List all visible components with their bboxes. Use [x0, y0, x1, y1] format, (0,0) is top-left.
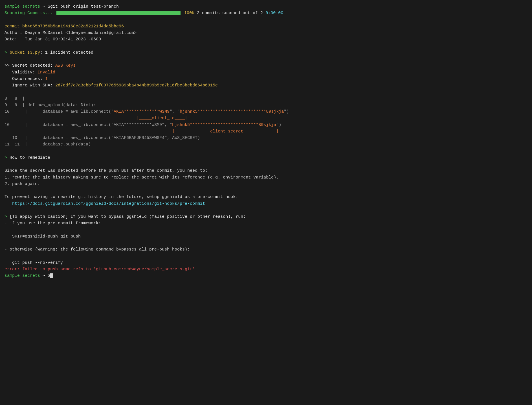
bypass-arrow: > [5, 214, 10, 219]
ignore-sha: 2d7cdf7e7a3cbbfc1f0977655989bba4b44b899b… [55, 83, 218, 88]
occurrences-value: 1 [45, 77, 48, 81]
commit-label: commit [5, 24, 22, 29]
occurrences-line: Occurrences: 1 [5, 76, 527, 82]
progress-bar-container [56, 11, 181, 15]
terminal: sample_secrets ~ $git push origin test-b… [5, 3, 527, 279]
remediate-p1: Since the secret was detected before the… [5, 167, 527, 174]
bypass-cmd1: SKIP=ggshield-push git push [5, 233, 527, 240]
code-num-10c: 10 | database = aws_lib.connect("AKIAF6B… [5, 136, 200, 140]
remediate-arrow: > [5, 155, 10, 160]
bypass-cmd2: git push --no-verify [5, 260, 527, 266]
client-id-annotation-line: |_____client_id____| [5, 115, 527, 121]
progress-bar-fill [56, 11, 181, 15]
ignore-line: Ignore with SHA: 2d7cdf7e7a3cbbfc1f09776… [5, 82, 527, 89]
client-secret-annotation-line: |______________client_secret____________… [5, 128, 527, 135]
code-key-1: AKIA**************WSM9 [114, 109, 170, 114]
bypass-label: [To apply with caution] If you want to b… [10, 214, 246, 219]
secret-arrow: >> [5, 63, 12, 68]
remediate-p2: To prevent having to rewrite git history… [5, 194, 527, 200]
code-sep-1: ", " [170, 109, 180, 114]
progress-spacer [182, 10, 184, 16]
file-incident-line: > bucket_s3.py: 1 incident detected [5, 49, 527, 56]
occurrences-label: Occurrences: [5, 77, 45, 81]
error-label: error: [5, 267, 22, 272]
code-line-10c: 10 | database = aws_lib.connect("AKIAF6B… [5, 135, 527, 141]
date-line: Date: Tue Jan 31 09:02:41 2023 -0600 [5, 36, 527, 43]
remediate-label: How to remediate [10, 155, 50, 160]
code-end-2: ") [276, 123, 281, 127]
code-line-11: 11 11 | database.push(data) [5, 141, 527, 148]
code-num-10a: 10 | database = aws_lib.connect(" [5, 109, 114, 114]
code-num-8a: 8 8 | [5, 96, 25, 101]
bypass-option2: - otherwise (warning: the following comm… [5, 246, 527, 253]
final-prompt-line: sample_secrets ~ $ [5, 273, 527, 279]
remediate-header-line: > How to remediate [5, 154, 527, 161]
code-line-10a: 10 | database = aws_lib.connect("AKIA***… [5, 108, 527, 115]
bypass-option1: - if you use the pre-commit framework: [5, 220, 527, 227]
client-secret-spaces [5, 129, 172, 134]
progress-detail: 2 commits scanned out of 2 [194, 10, 265, 16]
validity-line: Validity: Invalid [5, 69, 527, 76]
validity-value: Invalid [38, 70, 55, 75]
code-end-1: ") [284, 109, 289, 114]
cursor [50, 273, 53, 278]
code-num-10b: 10 | database = aws_lib.connect("AKIA***… [5, 123, 172, 127]
remediate-link: https://docs.gitguardian.com/ggshield-do… [5, 201, 527, 207]
validity-label: Validity: [5, 70, 38, 75]
client-secret-label: |______________client_secret____________… [172, 129, 279, 134]
secret-label: Secret detected: [12, 63, 55, 68]
ignore-label: Ignore with SHA: [5, 83, 55, 88]
final-prompt-user: sample_secrets [5, 273, 40, 278]
final-prompt-text: ~ $ [40, 273, 50, 278]
code-num-9: 9 9 | def aws_upload(data: Dict): [5, 103, 96, 108]
progress-bar-spacer [53, 10, 55, 16]
author-line: Author: Dwayne McDaniel <1dwayne.mcdanie… [5, 30, 527, 36]
code-line-9: 9 9 | def aws_upload(data: Dict): [5, 102, 527, 108]
progress-pct: 100% [184, 10, 194, 16]
file-detail: : 1 incident detected [40, 50, 93, 55]
remediate-step2: 2. push again. [5, 181, 527, 187]
prompt-user: sample_secrets [5, 4, 40, 9]
code-line-10b: 10 | database = aws_lib.connect("AKIA***… [5, 122, 527, 128]
scanning-label: Scanning Commits... [5, 10, 53, 16]
remediate-step1: 1. rewrite the git history making sure t… [5, 174, 527, 181]
command-line: sample_secrets ~ $git push origin test-b… [5, 3, 527, 10]
code-secret-1: hjshnk5***************************89sjkj… [180, 109, 284, 114]
commit-line: commit bb4c65b7356b5aa194168e32a52121d4d… [5, 23, 527, 30]
progress-time: 0:00:00 [265, 10, 283, 16]
secret-detected-line: >> Secret detected: AWS Keys [5, 62, 527, 69]
client-id-label: |_____client_id____| [137, 116, 187, 121]
commit-hash: bb4c65b7356b5aa194168e32a52121d4da5bbc96 [22, 24, 124, 29]
bypass-header-line: > [To apply with caution] If you want to… [5, 214, 527, 220]
code-num-11: 11 11 | database.push(data) [5, 142, 91, 147]
error-line: error: failed to push some refs to 'gith… [5, 266, 527, 273]
code-line-8: 8 8 | [5, 95, 527, 102]
remediate-link-text: https://docs.gitguardian.com/ggshield-do… [5, 201, 205, 206]
file-name: bucket_s3.py [10, 50, 40, 55]
client-id-spaces [5, 116, 137, 121]
error-text: failed to push some refs to 'github.com:… [22, 267, 195, 272]
secret-type: AWS Keys [55, 63, 76, 68]
file-arrow: > [5, 50, 10, 55]
command-text: ~ $git push origin test-branch [40, 4, 119, 9]
code-secret-2: hjshnk5***************************89sjkj… [172, 123, 276, 127]
scanning-line: Scanning Commits... 100% 2 commits scann… [5, 10, 527, 16]
